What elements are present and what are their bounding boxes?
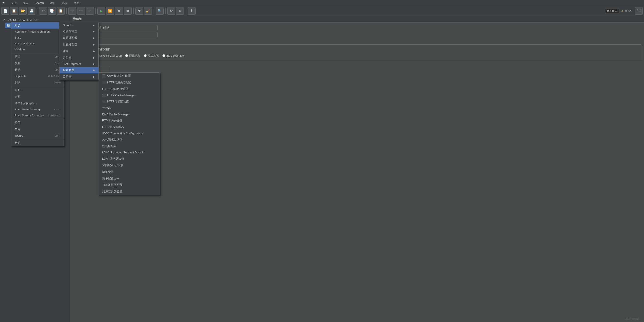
ctx-duplicate[interactable]: Duplicate Ctrl+Shift-C xyxy=(11,73,64,79)
save-button[interactable]: 💾 xyxy=(28,7,36,15)
menu-help[interactable]: 帮助 xyxy=(72,1,80,6)
config-ldap-defaults[interactable]: LDAP请求默认值 xyxy=(99,155,160,162)
template-button[interactable]: 📋 xyxy=(10,7,18,15)
stop-button[interactable]: ⏹ xyxy=(115,7,123,15)
ctx-enable[interactable]: 启用 xyxy=(11,119,64,126)
config-keystore[interactable]: 密钥库配置 xyxy=(99,143,160,150)
warning-count: 0 xyxy=(626,10,627,13)
config-cookie-label: HTTP Cookie 管理器 xyxy=(102,87,128,91)
ctx-cut[interactable]: 剪切 Ctrl-X xyxy=(11,54,64,60)
cut-button[interactable]: ✂ xyxy=(39,7,47,15)
config-simple[interactable]: 简单配置元件 xyxy=(99,175,160,182)
expand-button[interactable]: ➕ xyxy=(68,7,76,15)
submenu-listener[interactable]: 监听器 ▶ xyxy=(59,73,98,80)
ctx-delete[interactable]: 删除 Delete xyxy=(11,79,64,86)
ctx-copy[interactable]: 复制 Ctrl-C xyxy=(11,60,64,67)
submenu-timer[interactable]: 定时器 ▶ xyxy=(59,54,98,61)
ctx-think-times[interactable]: Add Think Times to children xyxy=(11,29,64,35)
ctx-help[interactable]: 帮助 xyxy=(11,140,64,146)
remote-button[interactable]: 🖥 xyxy=(176,7,184,15)
config-cookie[interactable]: HTTP Cookie 管理器 xyxy=(99,86,160,92)
config-random-var-label: 随机变量 xyxy=(102,170,114,174)
menu-search[interactable]: Search xyxy=(33,1,45,5)
submenu-assertion[interactable]: 断言 ▶ xyxy=(59,48,98,54)
ctx-start-no-pauses[interactable]: Start no pauses xyxy=(11,41,64,47)
config-tcp-label: TCP取样器配置 xyxy=(102,183,122,187)
toolbar: 📄 📋 📂 💾 ✂ 📑 📋 ➕ ➖ 〰 ▶ ⏩ ⏹ ⏺ 🗑 🧹 🔍 ⚙ 🖥 ℹ … xyxy=(0,6,644,16)
name-input[interactable] xyxy=(92,25,158,30)
submenu-logic-controller[interactable]: 逻辑控制器 ▶ xyxy=(59,28,98,35)
submenu-config-element[interactable]: 配置元件 ▶ xyxy=(59,67,98,73)
config-java-defaults[interactable]: Java请求默认值 xyxy=(99,136,160,143)
ctx-merge[interactable]: 合并 xyxy=(11,93,64,100)
config-http-auth[interactable]: HTTP授权管理器 xyxy=(99,124,160,130)
config-random-var[interactable]: 随机变量 xyxy=(99,169,160,175)
config-cache[interactable]: HTTP Cache Manager xyxy=(99,92,160,98)
config-dns-cache[interactable]: DNS Cache Manager xyxy=(99,111,160,117)
comment-input[interactable] xyxy=(92,32,158,37)
submenu-timer-arrow: ▶ xyxy=(93,57,95,59)
toggle-button[interactable]: 〰 xyxy=(86,7,94,15)
ctx-toggle[interactable]: Toggle Ctrl-T xyxy=(11,133,64,139)
config-user-vars[interactable]: 用户定义的变量 xyxy=(99,188,160,195)
new-button[interactable]: 📄 xyxy=(1,7,9,15)
clear-button[interactable]: 🧹 xyxy=(144,7,152,15)
submenu-logic-arrow: ▶ xyxy=(93,30,95,33)
ctx-open[interactable]: 打开... xyxy=(11,87,64,93)
config-http-header[interactable]: HTTP信息头管理器 xyxy=(99,79,160,86)
open-button[interactable]: 📂 xyxy=(19,7,27,15)
shutdown-button[interactable]: ⏺ xyxy=(124,7,132,15)
submenu-post-processor[interactable]: 后置处理器 ▶ xyxy=(59,41,98,48)
config-keystore-label: 密钥库配置 xyxy=(102,144,116,148)
radio-stop-test[interactable]: 停止测试 xyxy=(144,54,159,58)
run-no-pause-button[interactable]: ⏩ xyxy=(106,7,114,15)
config-ldap-extended[interactable]: LDAP Extended Request Defaults xyxy=(99,150,160,155)
menu-file[interactable]: 文件 xyxy=(10,1,18,6)
config-csv[interactable]: CSV 数据文件设置 xyxy=(99,73,160,79)
clear-all-button[interactable]: 🗑 xyxy=(135,7,143,15)
ctx-save-partial[interactable]: 送中部分保存为... xyxy=(11,100,64,107)
config-jdbc[interactable]: JDBC Connection Configuration xyxy=(99,130,160,136)
ctx-start-no-pauses-label: Start no pauses xyxy=(15,42,34,45)
info-button[interactable]: ℹ xyxy=(188,7,196,15)
ctx-save-screen[interactable]: Save Screen As Image Ctrl+Shift-G xyxy=(11,112,64,118)
submenu-sampler[interactable]: Sampler ▶ xyxy=(59,22,98,28)
menu-run[interactable]: 运行 xyxy=(48,1,57,6)
ctx-save-node[interactable]: Save Node As Image Ctrl-G xyxy=(11,107,64,112)
ctx-validate[interactable]: Validate xyxy=(11,47,64,52)
submenu-add: Sampler ▶ 逻辑控制器 ▶ 前置处理器 ▶ 后置处理器 ▶ 断言 ▶ 定… xyxy=(59,22,98,80)
warning-icon: ⚠ xyxy=(621,10,624,13)
ctx-duplicate-label: Duplicate xyxy=(15,75,26,78)
submenu-logic-label: 逻辑控制器 xyxy=(63,29,77,33)
menu-options[interactable]: 选项 xyxy=(60,1,69,6)
collapse-button[interactable]: ➖ xyxy=(77,7,85,15)
search-button[interactable]: 🔍 xyxy=(156,7,164,15)
radio-stop-test-now[interactable]: Stop Test Now xyxy=(162,54,184,57)
copy-button[interactable]: 📑 xyxy=(48,7,56,15)
config-counter[interactable]: 计数器 xyxy=(99,105,160,111)
radio-stop-thread-input[interactable] xyxy=(125,54,128,57)
paste-button[interactable]: 📋 xyxy=(57,7,64,15)
config-cache-check-area: HTTP Cache Manager xyxy=(102,94,136,97)
ctx-paste[interactable]: 粘贴 Ctrl-V xyxy=(11,67,64,73)
radio-stop-test-input[interactable] xyxy=(144,54,147,57)
submenu-test-fragment[interactable]: Test Fragment ▶ xyxy=(59,61,98,67)
ctx-start[interactable]: Start xyxy=(11,35,64,41)
fullscreen-button[interactable]: ⛶ xyxy=(635,7,643,15)
ctx-add[interactable]: 添加 ▶ xyxy=(11,22,64,29)
settings-button[interactable]: ⚙ xyxy=(167,7,175,15)
config-http-defaults-label: HTTP请求默认值 xyxy=(107,100,129,104)
config-login-label: 登陆配置元件/素 xyxy=(102,163,123,167)
ctx-duplicate-shortcut: Ctrl+Shift-C xyxy=(48,75,61,78)
radio-stop-thread[interactable]: 停止线程 xyxy=(125,54,140,58)
menu-edit[interactable]: 编辑 xyxy=(22,1,30,6)
run-button[interactable]: ▶ xyxy=(98,7,105,15)
config-http-defaults[interactable]: HTTP请求默认值 xyxy=(99,98,160,105)
config-ftp-defaults[interactable]: FTP请求缺省值 xyxy=(99,117,160,124)
radio-stop-test-now-input[interactable] xyxy=(162,54,165,57)
ctx-disable[interactable]: 禁用 xyxy=(11,126,64,133)
submenu-pre-processor[interactable]: 前置处理器 ▶ xyxy=(59,35,98,41)
config-login[interactable]: 登陆配置元件/素 xyxy=(99,162,160,169)
config-ldap-defaults-label: LDAP请求默认值 xyxy=(102,157,124,161)
config-tcp[interactable]: TCP取样器配置 xyxy=(99,182,160,188)
